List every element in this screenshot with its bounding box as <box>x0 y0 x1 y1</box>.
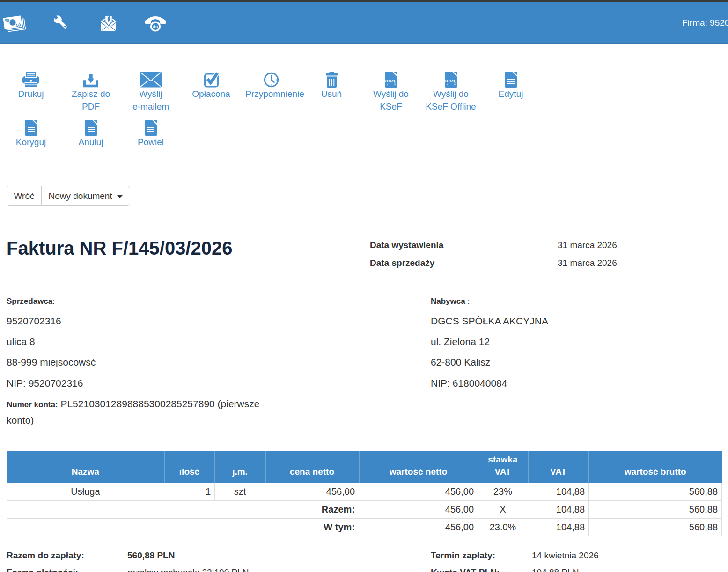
svg-text:dn: dn <box>153 24 158 29</box>
svg-text:50: 50 <box>4 18 9 23</box>
svg-text:KSeF: KSeF <box>445 78 456 83</box>
svg-text:KSeF: KSeF <box>385 78 396 83</box>
svg-text:50: 50 <box>16 22 21 28</box>
